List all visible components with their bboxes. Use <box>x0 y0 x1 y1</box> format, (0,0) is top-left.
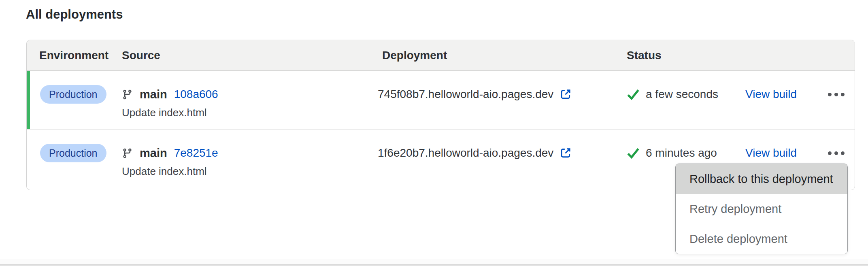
branch-name: main <box>140 88 167 101</box>
table-row: Production main 108a606 Update index.htm… <box>27 71 855 129</box>
commit-hash-link[interactable]: 108a606 <box>174 88 218 101</box>
commit-message: Update index.html <box>122 106 207 119</box>
view-build-link[interactable]: View build <box>745 85 797 104</box>
column-header-deployment: Deployment <box>382 40 447 71</box>
column-header-environment: Environment <box>39 40 108 71</box>
deployment-url: 745f08b7.helloworld-aio.pages.dev <box>378 88 553 101</box>
commit-message: Update index.html <box>122 165 207 178</box>
kebab-menu-button[interactable] <box>823 144 849 162</box>
source-cell: main 108a606 <box>122 85 218 104</box>
menu-item-rollback[interactable]: Rollback to this deployment <box>676 164 847 194</box>
branch-name: main <box>140 147 167 160</box>
view-build-link[interactable]: View build <box>745 144 797 162</box>
commit-hash-link[interactable]: 7e8251e <box>174 147 218 160</box>
column-header-source: Source <box>122 40 160 71</box>
status-text: 6 minutes ago <box>646 147 717 160</box>
kebab-menu-icon <box>828 93 832 96</box>
menu-item-delete[interactable]: Delete deployment <box>676 224 847 254</box>
deployment-url: 1f6e20b7.helloworld-aio.pages.dev <box>378 147 553 160</box>
current-deployment-indicator <box>27 71 30 129</box>
page-bottom-divider <box>0 259 868 266</box>
environment-badge: Production <box>40 85 106 104</box>
check-icon <box>627 147 640 160</box>
environment-badge: Production <box>40 144 106 162</box>
external-link-icon[interactable] <box>559 147 572 160</box>
deployment-context-menu: Rollback to this deployment Retry deploy… <box>675 164 848 254</box>
page-title: All deployments <box>26 7 123 22</box>
deployment-cell: 745f08b7.helloworld-aio.pages.dev <box>378 85 572 104</box>
status-cell: a few seconds <box>627 85 718 104</box>
table-header-row: Environment Source Deployment Status <box>27 40 855 71</box>
git-branch-icon <box>122 89 133 100</box>
status-cell: 6 minutes ago <box>627 144 717 162</box>
kebab-menu-button[interactable] <box>823 85 849 104</box>
column-header-status: Status <box>627 40 662 71</box>
git-branch-icon <box>122 148 133 159</box>
status-text: a few seconds <box>646 88 718 101</box>
external-link-icon[interactable] <box>559 88 572 101</box>
deployments-page: All deployments Environment Source Deplo… <box>0 0 868 268</box>
check-icon <box>627 88 640 101</box>
kebab-menu-icon <box>828 151 832 155</box>
menu-item-retry[interactable]: Retry deployment <box>676 194 847 224</box>
deployment-cell: 1f6e20b7.helloworld-aio.pages.dev <box>378 144 572 162</box>
source-cell: main 7e8251e <box>122 144 218 162</box>
